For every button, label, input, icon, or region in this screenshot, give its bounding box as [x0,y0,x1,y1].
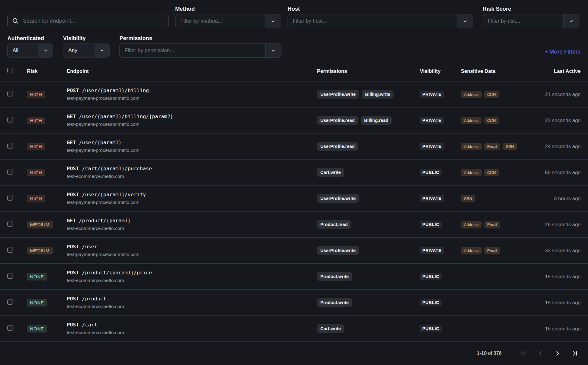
chevron-down-icon [43,48,48,53]
table-row[interactable]: NONEPOST/carttest-ecommerce.metlo.comCar… [0,316,588,342]
host-filter-input[interactable] [288,14,457,28]
risk-cell: HIGH [27,195,67,202]
risk-score-filter-dropdown-button[interactable] [563,14,579,28]
row-checkbox[interactable] [7,169,13,175]
row-checkbox-cell [7,117,27,124]
endpoint-line: POST/cart [67,322,317,328]
row-checkbox[interactable] [7,273,13,279]
endpoint-cell: POST/user/{param1}/billingtest-payment-p… [67,88,317,101]
last-page-icon [571,350,579,357]
row-checkbox[interactable] [7,247,13,253]
pagination-range-label: 1-10 of 876 [477,351,502,356]
method-filter-label: Method [175,6,281,14]
table-row[interactable]: NONEPOST/product/{param1}/pricetest-ecom… [0,264,588,290]
permission-chip: Billing.read [361,116,392,125]
table-row[interactable]: NONEPOST/producttest-ecommerce.metlo.com… [0,290,588,316]
column-header-endpoint: Endpoint [67,68,317,74]
next-page-button[interactable] [554,349,562,357]
risk-score-filter-input[interactable] [483,14,563,28]
method-filter-dropdown-button[interactable] [265,14,281,28]
endpoint-method: POST [67,166,79,171]
chevron-down-icon [271,48,276,53]
sensitive-data-cell: AddressCCN [461,91,539,98]
more-filters-link[interactable]: + More Filters [545,49,581,58]
endpoint-path: /cart [82,322,97,328]
endpoint-path: /user/{param1}/billing [82,88,149,93]
table-row[interactable]: HIGHPOST/cart/{param1}/purchasetest-ecom… [0,160,588,186]
endpoint-cell: GET/user/{param1}/billing/{param2}test-p… [67,114,317,127]
table-row[interactable]: HIGHPOST/user/{param1}/verifytest-paymen… [0,186,588,212]
visibility-badge: PUBLIC [420,221,442,228]
endpoint-host: test-payment-processor.metlo.com [67,122,317,127]
visibility-cell: PUBLIC [420,221,461,228]
last-active: 23 seconds ago [539,118,581,123]
row-checkbox[interactable] [7,299,13,305]
risk-score-filter[interactable] [483,14,579,28]
authenticated-select[interactable]: All [7,43,53,58]
authenticated-select-dropdown-button[interactable] [38,44,53,57]
endpoint-host: test-payment-processor.metlo.com [67,148,317,153]
last-active: 24 seconds ago [539,144,581,149]
table-row[interactable]: HIGHGET/user/{param1}/billing/{param2}te… [0,107,588,134]
sensitive-data-cell: AddressEmail [461,221,539,228]
permissions-filter[interactable] [119,43,281,58]
visibility-badge: PRIVATE [420,195,444,202]
endpoint-line: GET/user/{param1} [67,140,317,145]
table-row[interactable]: MEDIUMPOST/usertest-payment-processor.me… [0,238,588,264]
endpoint-cell: POST/product/{param1}/pricetest-ecommerc… [67,270,317,283]
sensitive-data-chip: SSN [503,143,517,150]
permissions-filter-dropdown-button[interactable] [265,44,281,57]
previous-page-button [537,349,545,357]
risk-badge: NONE [27,299,47,307]
endpoint-line: POST/user [67,244,317,250]
last-page-button[interactable] [571,349,579,357]
host-filter-dropdown-button[interactable] [457,14,473,28]
visibility-select-dropdown-button[interactable] [95,44,109,57]
row-checkbox[interactable] [7,143,13,149]
endpoint-search-box[interactable] [7,14,169,28]
permissions-filter-group: Permissions [119,35,281,58]
row-checkbox[interactable] [7,195,13,201]
risk-cell: MEDIUM [27,221,67,228]
column-header-last-active: Last Active [539,68,581,74]
row-checkbox[interactable] [7,91,13,96]
row-checkbox[interactable] [7,325,13,331]
visibility-badge: PUBLIC [420,325,442,332]
last-active: 50 seconds ago [539,170,581,175]
permission-chip: UserProfile.write [317,246,359,255]
host-filter-label: Host [288,6,473,14]
sensitive-data-chip: CCN [484,117,499,124]
endpoint-method: POST [67,270,79,276]
permissions-cell: UserProfile.read [317,142,420,151]
row-checkbox[interactable] [7,117,13,122]
visibility-select[interactable]: Any [63,43,110,58]
table-row[interactable]: HIGHGET/user/{param1}test-payment-proces… [0,134,588,160]
permissions-cell: UserProfile.writeBilling.write [317,90,420,99]
permissions-filter-input[interactable] [120,44,265,57]
permissions-cell: Cart.write [317,324,420,333]
search-input[interactable] [22,17,164,24]
search-filter-group [7,14,169,28]
endpoint-cell: POST/carttest-ecommerce.metlo.com [67,322,317,335]
chevron-down-icon [463,19,467,24]
table-header: Risk Endpoint Permissions Visibility Sen… [0,61,588,81]
visibility-badge: PRIVATE [420,117,444,124]
sensitive-data-chip: SSN [461,195,475,202]
table-row[interactable]: HIGHPOST/user/{param1}/billingtest-payme… [0,81,588,107]
select-all-checkbox[interactable] [7,68,13,73]
row-checkbox-cell [7,247,27,254]
method-filter[interactable] [175,14,281,28]
permissions-cell: Product.read [317,220,420,229]
chevron-down-icon [100,48,104,53]
endpoint-method: POST [67,88,79,93]
authenticated-filter-group: Authenticated All [7,35,53,58]
host-filter[interactable] [288,14,473,28]
row-checkbox[interactable] [7,221,13,227]
table-row[interactable]: MEDIUMGET/product/{param1}test-ecommerce… [0,212,588,238]
endpoint-host: test-ecommerce.metlo.com [67,304,317,309]
chevron-down-icon [569,19,574,24]
column-header-sensitive-data: Sensitive Data [461,68,539,74]
visibility-badge: PUBLIC [420,299,442,306]
sensitive-data-chip: Email [484,247,500,254]
method-filter-input[interactable] [175,14,265,28]
